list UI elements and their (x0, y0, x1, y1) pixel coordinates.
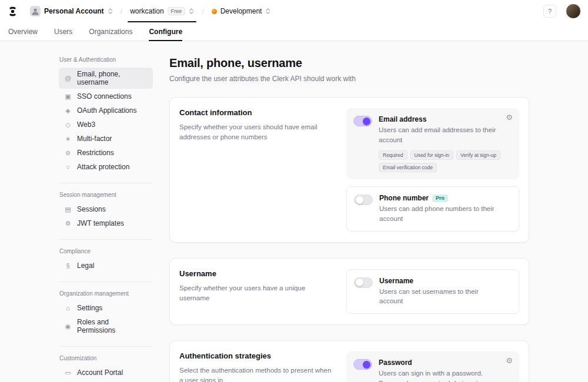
tab-organizations[interactable]: Organizations (89, 22, 132, 41)
setting-title: Password (379, 358, 503, 367)
environment-switcher[interactable]: Development (208, 0, 275, 22)
clerk-logo-icon[interactable] (7, 6, 18, 17)
badge-required: Required (379, 150, 407, 160)
username-toggle[interactable] (354, 277, 373, 288)
sidebar-item-label: Multi-factor (77, 135, 112, 143)
pro-badge: Pro (432, 195, 448, 202)
at-icon: @ (64, 75, 72, 82)
sidebar-item-jwt-templates[interactable]: ⚙ JWT templates (59, 217, 153, 230)
toggle-knob (363, 118, 370, 125)
card-header: Username Specify whether your users have… (179, 269, 333, 314)
breadcrumb-separator: / (201, 7, 205, 16)
web3-icon: ◇ (64, 122, 72, 128)
sidebar-item-attack-protection[interactable]: ○ Attack protection (59, 160, 153, 173)
user-avatar[interactable] (566, 4, 581, 19)
setting-title: Email address (379, 115, 503, 123)
setting-title-text: Phone number (379, 194, 429, 202)
sidebar-item-account-portal[interactable]: ▭ Account Portal (59, 366, 153, 379)
sso-icon: ▣ (64, 93, 72, 100)
setting-title: Username (379, 277, 502, 285)
app-switcher[interactable]: workcation Free (126, 0, 198, 22)
sidebar-item-label: Attack protection (77, 163, 129, 171)
content: User & Authentication @ Email, phone, us… (59, 41, 529, 382)
account-avatar-icon (30, 6, 41, 16)
section-title-customization: Customization (59, 355, 153, 361)
multifactor-icon: ∗ (64, 136, 72, 142)
sidebar-item-label: Restrictions (77, 149, 114, 157)
portal-icon: ▭ (64, 370, 72, 376)
badge-email-verification-code: Email verification code (379, 163, 437, 172)
sidebar-item-label: Email, phone, username (77, 70, 148, 86)
sidebar-item-oauth-applications[interactable]: ◈ OAuth Applications (59, 104, 153, 117)
sidebar-item-email-phone-username[interactable]: @ Email, phone, username (59, 68, 153, 89)
gear-icon[interactable]: ⚙ (506, 357, 513, 364)
setting-title: Phone number Pro (379, 194, 502, 202)
sidebar-item-roles-permissions[interactable]: ◉ Roles and Permissions (59, 316, 153, 337)
sidebar-divider (59, 239, 153, 240)
card-username: Username Specify whether your users have… (169, 258, 529, 325)
sidebar-item-label: Account Portal (77, 368, 123, 377)
org-settings-icon: ⌂ (64, 305, 72, 311)
card-contact-information: Contact information Specify whether your… (169, 97, 529, 243)
setting-badges: Required Used for sign-in Verify at sign… (379, 150, 503, 172)
sidebar-item-restrictions[interactable]: ⊘ Restrictions (59, 146, 153, 159)
toggle-knob (356, 279, 363, 286)
password-toggle[interactable] (353, 359, 372, 370)
page-title: Email, phone, username (169, 56, 529, 70)
setting-body: Username Users can set usernames to thei… (379, 277, 512, 306)
restrictions-icon: ⊘ (64, 150, 72, 156)
tab-configure[interactable]: Configure (149, 22, 182, 41)
help-button[interactable]: ? (543, 5, 556, 18)
topbar: Personal Account / workcation Free / Dev… (0, 0, 588, 22)
sidebar-item-label: Settings (77, 304, 102, 312)
setting-description: Users can add email addresses to their a… (379, 125, 503, 145)
card-description: Specify whether your users should have e… (179, 122, 333, 143)
sidebar-item-sessions[interactable]: ▤ Sessions (59, 203, 153, 216)
setting-body: Email address Users can add email addres… (379, 115, 512, 172)
sidebar-divider (59, 183, 153, 183)
card-title: Contact information (179, 108, 333, 117)
card-settings: Email address Users can add email addres… (346, 108, 519, 232)
setting-description: Users can add phone numbers to their acc… (379, 204, 502, 223)
breadcrumb-separator: / (120, 7, 123, 16)
environment-name: Development (220, 7, 262, 15)
tab-users[interactable]: Users (54, 22, 72, 41)
card-title: Authentication strategies (179, 351, 333, 360)
setting-username: Username Users can set usernames to thei… (346, 269, 519, 314)
shield-icon: ○ (64, 164, 72, 170)
badge-used-for-sign-in: Used for sign-in (410, 150, 454, 160)
main-tabs: Overview Users Organizations Configure (0, 22, 588, 41)
app-name: workcation (130, 7, 163, 15)
phone-number-toggle[interactable] (354, 195, 373, 205)
section-title-user-authentication: User & Authentication (59, 56, 153, 63)
sidebar-divider (59, 346, 153, 347)
oauth-icon: ◈ (64, 108, 72, 114)
page-subtitle: Configure the user attributes the Clerk … (169, 75, 529, 83)
card-description: Select the authentication methods to pre… (179, 366, 333, 382)
sidebar-item-label: Sessions (77, 205, 106, 213)
legal-icon: § (64, 263, 72, 269)
sidebar-item-org-settings[interactable]: ⌂ Settings (59, 301, 153, 314)
sidebar-divider (59, 282, 153, 282)
setting-body: Phone number Pro Users can add phone num… (379, 194, 512, 223)
sidebar-item-legal[interactable]: § Legal (59, 259, 153, 272)
setting-phone-number: Phone number Pro Users can add phone num… (346, 186, 519, 231)
sessions-icon: ▤ (64, 206, 72, 213)
sidebar-item-web3[interactable]: ◇ Web3 (59, 118, 153, 131)
email-address-toggle[interactable] (353, 116, 372, 126)
sidebar-item-multi-factor[interactable]: ∗ Multi-factor (59, 132, 153, 145)
setting-description: Users can sign in with a password. Passw… (379, 368, 503, 382)
toggle-knob (363, 361, 370, 368)
roles-icon: ◉ (64, 323, 72, 330)
sidebar-item-label: SSO connections (77, 92, 132, 100)
sidebar-item-label: Roles and Permissions (77, 318, 148, 334)
account-switcher[interactable]: Personal Account (26, 0, 116, 22)
setting-description: Users can set usernames to their account (379, 287, 502, 306)
caret-updown-icon (189, 8, 194, 15)
setting-email-address: Email address Users can add email addres… (346, 108, 519, 179)
gear-icon[interactable]: ⚙ (506, 113, 513, 121)
sidebar-item-sso-connections[interactable]: ▣ SSO connections (59, 90, 153, 103)
setting-body: Password Users can sign in with a passwo… (379, 358, 512, 382)
tab-overview[interactable]: Overview (8, 22, 38, 41)
card-header: Authentication strategies Select the aut… (179, 351, 333, 382)
